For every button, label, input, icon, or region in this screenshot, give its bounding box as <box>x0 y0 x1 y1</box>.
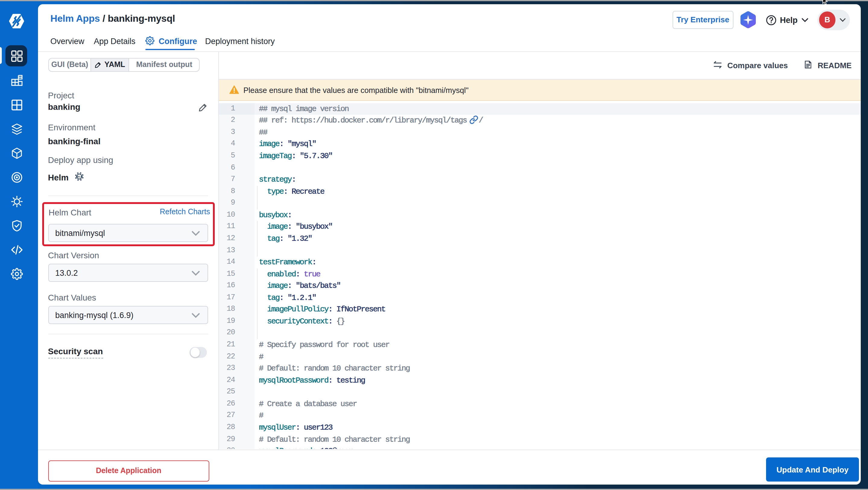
svg-text:HELM: HELM <box>76 175 83 178</box>
